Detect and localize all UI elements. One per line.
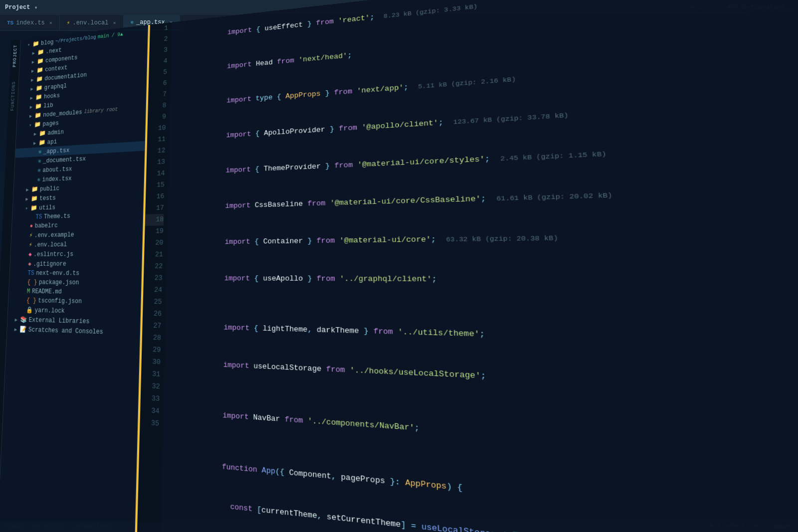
file-label: Theme.ts xyxy=(44,213,71,220)
folder-label: .next xyxy=(45,47,62,55)
folder-icon: 📁 xyxy=(35,93,42,101)
tsx-file-icon: ⚛ xyxy=(38,148,42,156)
file-label: next-env.d.ts xyxy=(36,270,80,277)
tab-close-icon[interactable]: ✕ xyxy=(113,20,116,26)
chevron-right-icon: ▶ xyxy=(30,95,35,101)
folder-label: blog xyxy=(41,38,54,46)
env-file-icon: ⚡ xyxy=(29,241,32,249)
folder-icon: 📁 xyxy=(37,57,44,65)
git-status: main / 9▲ xyxy=(98,31,123,39)
chevron-right-icon: ▶ xyxy=(32,50,37,56)
folder-label: context xyxy=(45,64,68,73)
file-next-env-d-ts[interactable]: TS next-env.d.ts xyxy=(9,269,141,278)
tab-index-ts[interactable]: TS index.ts ✕ xyxy=(0,15,60,30)
chevron-right-icon: ▶ xyxy=(33,140,39,146)
folder-label: Scratches and Consoles xyxy=(28,326,103,336)
file-label: .env.example xyxy=(34,231,74,239)
editor-area: 12345 678910 1112131415 1617181920 21222… xyxy=(135,0,798,532)
json-file-icon: { } xyxy=(26,297,36,305)
folder-icon: 📁 xyxy=(34,121,41,128)
folder-icon: 📁 xyxy=(31,185,38,193)
folder-icon: 📁 xyxy=(36,84,43,92)
tsx-file-icon: ⚛ xyxy=(38,158,41,165)
chevron-right-icon: ▶ xyxy=(32,59,37,65)
rc-file-icon: ● xyxy=(29,223,33,230)
tsx-file-icon: ⚛ xyxy=(37,167,41,174)
folder-icon: 📁 xyxy=(32,40,39,47)
tsx-file-icon: ⚛ xyxy=(37,176,40,183)
folder-label: graphql xyxy=(44,82,67,91)
main-content: Project Functions ▾ 📁 blog ~/Projects/bl… xyxy=(0,0,798,532)
file-eslintrc[interactable]: ◆ .eslintrc.js xyxy=(10,249,142,259)
folder-icon: 📁 xyxy=(37,48,44,56)
chevron-right-icon: ▶ xyxy=(26,186,31,192)
file-label: .eslintrc.js xyxy=(33,250,73,258)
tab-env-local[interactable]: ⚡ .env.local ✕ xyxy=(60,15,124,30)
spacer xyxy=(32,171,38,171)
lib-label: library root xyxy=(84,107,118,115)
file-label: .gitignore xyxy=(33,260,66,267)
folder-label: lib xyxy=(43,102,53,109)
file-label: babelrc xyxy=(34,222,58,229)
project-vertical-label[interactable]: Project xyxy=(12,44,18,68)
tab-label: .env.local xyxy=(72,19,108,26)
spacer xyxy=(32,161,38,162)
file-gitignore[interactable]: ◈ .gitignore xyxy=(10,259,142,269)
file-label: about.tsx xyxy=(42,166,72,174)
chevron-right-icon: ▶ xyxy=(30,86,36,92)
folder-label: admin xyxy=(47,129,64,137)
folder-label: hooks xyxy=(44,92,60,100)
chevron-right-icon: ▶ xyxy=(14,326,19,333)
folder-icon: 📁 xyxy=(36,75,43,83)
eslint-file-icon: ◆ xyxy=(28,251,32,258)
file-label: .env.local xyxy=(34,241,67,248)
chevron-right-icon: ▶ xyxy=(14,317,20,323)
folder-icon: 📁 xyxy=(39,130,46,137)
chevron-right-icon: ▶ xyxy=(31,77,36,83)
folder-label: tests xyxy=(39,194,56,202)
ide-container: Project ▾ ⚙ ⤢ − ✕ Add Configuration... T… xyxy=(0,0,798,532)
folder-icon: 📁 xyxy=(30,204,37,212)
folder-icon: 📝 xyxy=(19,326,26,334)
chevron-right-icon: ▶ xyxy=(34,131,39,137)
git-file-icon: ◈ xyxy=(28,260,31,268)
dropdown-arrow[interactable]: ▾ xyxy=(34,4,37,11)
file-label: README.md xyxy=(32,288,62,296)
folder-label: External Libraries xyxy=(28,316,89,325)
file-label: _document.tsx xyxy=(43,155,86,164)
file-label: package.json xyxy=(39,279,79,286)
env-file-icon: ⚡ xyxy=(29,232,33,239)
file-tree-sidebar: ▾ 📁 blog ~/Projects/blog main / 9▲ ▶ 📁 .… xyxy=(0,25,148,532)
tab-label: index.ts xyxy=(16,19,45,26)
ts-file-icon: TS xyxy=(35,213,42,220)
tsx-icon: ⚛ xyxy=(131,19,134,25)
file-label: _app.tsx xyxy=(43,147,70,155)
file-package-json[interactable]: { } package.json xyxy=(9,278,141,288)
functions-vertical-label[interactable]: Functions xyxy=(10,81,16,111)
chevron-right-icon: ▶ xyxy=(29,104,35,110)
file-label: index.tsx xyxy=(42,175,72,183)
project-label: Project xyxy=(5,4,30,11)
folder-icon: 📁 xyxy=(38,139,45,146)
env-icon: ⚡ xyxy=(67,19,70,26)
lock-file-icon: 🔒 xyxy=(26,306,33,314)
chevron-down-icon: ▾ xyxy=(25,205,30,211)
chevron-right-icon: ▶ xyxy=(25,196,31,202)
folder-icon: 📁 xyxy=(35,102,42,110)
file-label: tsconfig.json xyxy=(38,297,82,305)
chevron-right-icon: ▶ xyxy=(29,113,35,119)
spacer xyxy=(33,152,38,153)
file-env-local[interactable]: ⚡ .env.local xyxy=(11,238,142,250)
folder-label: pages xyxy=(42,120,59,128)
ts-icon: TS xyxy=(7,20,13,26)
md-file-icon: M xyxy=(27,288,30,295)
file-label: yarn.lock xyxy=(34,307,65,315)
json-file-icon: { } xyxy=(27,279,37,286)
folder-label: public xyxy=(40,185,60,192)
tab-close-icon[interactable]: ✕ xyxy=(49,20,52,26)
folder-icon: 📁 xyxy=(31,195,38,202)
folder-icon: 📁 xyxy=(36,66,43,74)
editor-content: 12345 678910 1112131415 1617181920 21222… xyxy=(135,0,798,532)
dts-file-icon: TS xyxy=(27,270,34,277)
code-area[interactable]: import { useEffect } from 'react'; 8.23 … xyxy=(161,0,798,532)
